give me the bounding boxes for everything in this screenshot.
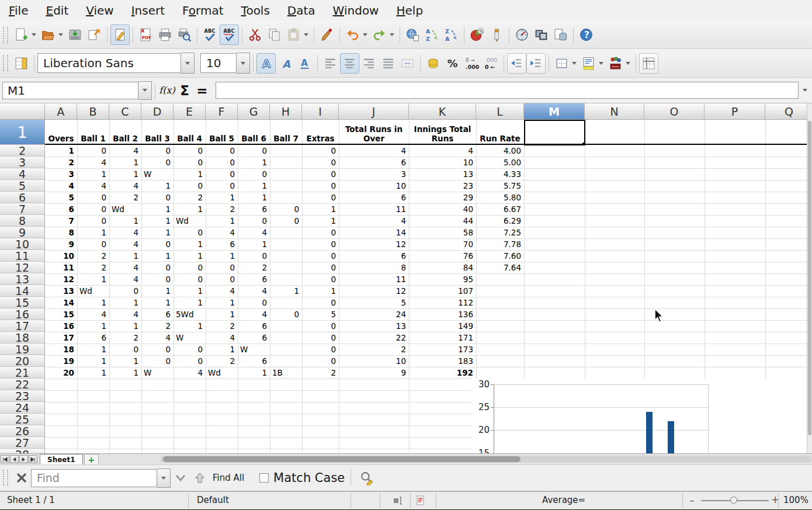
cell-A19[interactable]: 18: [46, 344, 77, 355]
cell-F11[interactable]: 1: [206, 250, 237, 262]
sum-button[interactable]: Σ: [176, 82, 193, 99]
cell-K14[interactable]: 107: [410, 285, 476, 297]
column-header-Q[interactable]: Q: [765, 103, 812, 120]
cell-I9[interactable]: 0: [303, 227, 338, 238]
cell-B21[interactable]: 1: [78, 367, 109, 379]
export-email-button[interactable]: [85, 25, 104, 45]
header-cell-D[interactable]: Ball 3: [142, 120, 173, 145]
cell-C8[interactable]: 1: [110, 215, 141, 227]
vertical-scrollbar-thumb[interactable]: [808, 121, 811, 435]
cell-E13[interactable]: 0: [174, 273, 205, 285]
cell-K10[interactable]: 70: [410, 238, 476, 250]
cell-L7[interactable]: 6.67: [477, 203, 523, 215]
column-header-H[interactable]: H: [270, 103, 302, 120]
cell-C6[interactable]: 2: [110, 192, 141, 203]
menu-view[interactable]: View: [77, 2, 122, 19]
cell-J16[interactable]: 24: [339, 308, 408, 320]
cell-L11[interactable]: 7.60: [477, 250, 523, 262]
format-currency-button[interactable]: [424, 53, 443, 74]
cell-E3[interactable]: 0: [174, 157, 205, 168]
cell-J21[interactable]: 9: [339, 367, 408, 379]
sidebar-icon[interactable]: [12, 53, 31, 74]
row-header-22[interactable]: 22: [0, 379, 45, 390]
cell-L8[interactable]: 6.29: [477, 215, 523, 227]
expand-formula-bar-icon[interactable]: [803, 89, 807, 92]
cell-A14[interactable]: 13: [46, 285, 77, 297]
toolbar-grip[interactable]: [3, 27, 8, 43]
cell-I14[interactable]: 1: [303, 285, 338, 297]
cell-I16[interactable]: 5: [303, 308, 338, 320]
sheet-info[interactable]: Sheet 1 / 1: [7, 495, 55, 505]
cell-B4[interactable]: 1: [78, 168, 109, 180]
cell-I3[interactable]: 0: [303, 157, 338, 168]
cell-A8[interactable]: 7: [46, 215, 77, 227]
cell-K16[interactable]: 136: [410, 308, 476, 320]
cell-D11[interactable]: 1: [142, 250, 173, 262]
last-sheet-button[interactable]: [29, 455, 37, 463]
cell-A11[interactable]: 10: [46, 250, 77, 262]
cell-L2[interactable]: 4.00: [477, 145, 523, 157]
cell-D17[interactable]: 2: [142, 320, 173, 332]
new-document-button[interactable]: [12, 25, 31, 45]
cell-F13[interactable]: 0: [206, 273, 237, 285]
add-sheet-button[interactable]: +: [84, 454, 99, 464]
cell-F19[interactable]: 1: [206, 344, 237, 355]
cell-K21[interactable]: 192: [410, 367, 476, 379]
cell-F9[interactable]: 4: [206, 227, 237, 238]
cell-selection-border[interactable]: [524, 120, 585, 145]
row-header-27[interactable]: 27: [0, 437, 45, 449]
cell-E7[interactable]: 1: [174, 203, 205, 215]
row-header-2[interactable]: 2: [0, 145, 45, 157]
cell-C5[interactable]: 4: [110, 180, 141, 192]
row-header-16[interactable]: 16: [0, 308, 45, 320]
column-header-L[interactable]: L: [476, 103, 524, 120]
column-header-C[interactable]: C: [109, 103, 141, 120]
cell-G20[interactable]: 6: [238, 355, 269, 367]
row-header-4[interactable]: 4: [0, 168, 45, 180]
find-previous-button[interactable]: [190, 468, 209, 488]
cell-K4[interactable]: 13: [410, 168, 476, 180]
cell-I10[interactable]: 0: [303, 238, 338, 250]
close-find-bar-button[interactable]: [12, 468, 31, 488]
cell-A17[interactable]: 16: [46, 320, 77, 332]
header-cell-H[interactable]: Ball 7: [270, 120, 301, 145]
cell-D7[interactable]: 1: [142, 203, 173, 215]
cell-G21[interactable]: 1: [238, 367, 269, 379]
find-input[interactable]: [31, 469, 157, 487]
row-header-11[interactable]: 11: [0, 250, 45, 262]
cell-K8[interactable]: 44: [410, 215, 476, 227]
cell-E17[interactable]: 1: [174, 320, 205, 332]
cell-I2[interactable]: 0: [303, 145, 338, 157]
column-header-G[interactable]: G: [238, 103, 270, 120]
cell-B18[interactable]: 6: [78, 332, 109, 344]
cell-L4[interactable]: 4.33: [477, 168, 523, 180]
cell-J11[interactable]: 6: [339, 250, 408, 262]
cell-I15[interactable]: 0: [303, 297, 338, 308]
cell-A5[interactable]: 4: [46, 180, 77, 192]
cell-J5[interactable]: 10: [339, 180, 408, 192]
row-header-17[interactable]: 17: [0, 320, 45, 332]
cell-B15[interactable]: 1: [78, 297, 109, 308]
cell-F2[interactable]: 0: [206, 145, 237, 157]
header-cell-K[interactable]: Innings Total Runs: [410, 120, 476, 145]
menu-format[interactable]: Format: [173, 2, 233, 19]
cell-D8[interactable]: 1: [142, 215, 173, 227]
row-header-18[interactable]: 18: [0, 332, 45, 344]
cell-I6[interactable]: 0: [303, 192, 338, 203]
cell-I20[interactable]: 0: [303, 355, 338, 367]
cell-D10[interactable]: 0: [142, 238, 173, 250]
cut-button[interactable]: [245, 25, 265, 45]
previous-sheet-button[interactable]: [10, 455, 19, 463]
chart-object[interactable]: 0510152025301234567891011121314151617181…: [471, 379, 807, 453]
column-header-F[interactable]: F: [206, 103, 238, 120]
cell-E5[interactable]: 0: [174, 180, 205, 192]
formula-button[interactable]: =: [193, 82, 211, 99]
cell-A16[interactable]: 15: [46, 308, 77, 320]
cell-A2[interactable]: 1: [46, 145, 77, 157]
row-header-10[interactable]: 10: [0, 238, 45, 250]
row-header-26[interactable]: 26: [0, 425, 45, 437]
cell-F8[interactable]: 1: [206, 215, 237, 227]
cell-F18[interactable]: 4: [206, 332, 237, 344]
cell-C14[interactable]: 0: [110, 285, 141, 297]
cell-G3[interactable]: 1: [238, 157, 269, 168]
